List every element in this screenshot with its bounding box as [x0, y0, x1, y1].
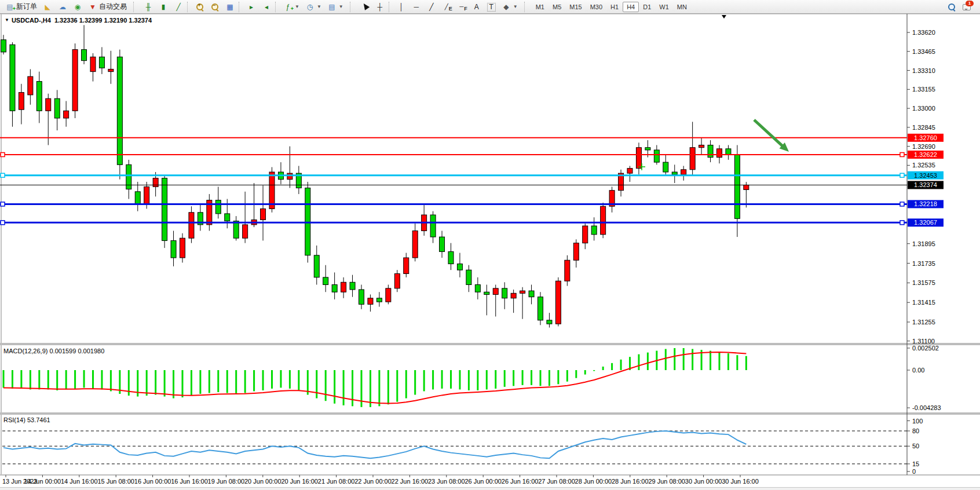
- chart-tools-group: ╫ ▮ ╱ + − ▦ ▸ ◂ ƒ+▼ ◷▼ ▤▼: [138, 0, 349, 13]
- indicators-icon: ƒ+: [283, 2, 292, 12]
- auto-trading-button[interactable]: ▼ 自动交易: [85, 1, 130, 13]
- chart-shift-icon: ◂: [262, 2, 271, 12]
- text-icon: A: [472, 2, 481, 12]
- timeframe-d1-button[interactable]: D1: [639, 2, 655, 12]
- macd-indicator-label: MACD(12,26,9) 0.001599 0.001980: [3, 348, 104, 354]
- rsi-indicator-label: RSI(14) 53.7461: [3, 416, 50, 423]
- horizontal-line-button[interactable]: ─: [409, 1, 424, 13]
- svg-text:22 Jun 16:00: 22 Jun 16:00: [392, 478, 429, 485]
- vertical-line-button[interactable]: │: [394, 1, 409, 13]
- notifications-button[interactable]: 1: [959, 1, 974, 13]
- svg-text:1.32535: 1.32535: [912, 162, 935, 169]
- svg-text:20 Jun 16:00: 20 Jun 16:00: [281, 478, 318, 485]
- chart-area[interactable]: 1.327601.326221.324531.322181.320671.323…: [0, 13, 980, 490]
- community-icon: ☁: [58, 2, 67, 12]
- toolbar-separator: [524, 2, 528, 12]
- order-group: ▤+ 新订单 ◣ ☁ ◉ ▼ 自动交易: [0, 0, 132, 13]
- toolbar-separator: [239, 2, 243, 12]
- chart-shift-button[interactable]: ◂: [259, 1, 274, 13]
- periods-icon: ◷: [305, 2, 315, 12]
- svg-text:1.31735: 1.31735: [912, 260, 935, 267]
- timeframe-m1-button[interactable]: M1: [532, 2, 548, 12]
- timeframe-m15-button[interactable]: M15: [565, 2, 586, 12]
- candle-chart-type-icon: ▮: [159, 2, 168, 12]
- megaphone-icon: ◣: [43, 2, 52, 12]
- candle-chart-type-button[interactable]: ▮: [156, 1, 171, 13]
- toolbar-separator: [389, 2, 393, 12]
- fibonacci-button[interactable]: ─F: [454, 1, 469, 13]
- timeframe-h4-button[interactable]: H4: [623, 2, 639, 12]
- text-label-button[interactable]: T: [484, 1, 499, 13]
- ohlc-values: 1.32336 1.32399 1.32190 1.32374: [54, 17, 152, 24]
- trendline-button[interactable]: ╱: [424, 1, 439, 13]
- toolbar-separator: [350, 2, 354, 12]
- svg-text:21 Jun 08:00: 21 Jun 08:00: [318, 478, 355, 485]
- timeframe-h1-button[interactable]: H1: [606, 2, 623, 12]
- cursor-button[interactable]: [357, 1, 372, 13]
- svg-text:14 Jun 16:00: 14 Jun 16:00: [61, 478, 98, 485]
- svg-text:1.33465: 1.33465: [912, 48, 935, 55]
- bar-chart-type-button[interactable]: ╫: [141, 1, 156, 13]
- line-chart-type-button[interactable]: ╱: [171, 1, 186, 13]
- crosshair-button[interactable]: ┼: [372, 1, 387, 13]
- svg-text:1.32453: 1.32453: [914, 172, 937, 179]
- svg-text:14 Jun 00:00: 14 Jun 00:00: [24, 478, 61, 485]
- text-button[interactable]: A: [469, 1, 484, 13]
- timeframe-m30-button[interactable]: M30: [586, 2, 606, 12]
- chevron-down-icon: ▼: [513, 4, 518, 9]
- timeframe-mn-button[interactable]: MN: [673, 2, 691, 12]
- channel-icon: ╱E: [442, 2, 451, 12]
- svg-text:19 Jun 08:00: 19 Jun 08:00: [208, 478, 245, 485]
- main-toolbar: ▤+ 新订单 ◣ ☁ ◉ ▼ 自动交易 ╫ ▮ ╱ + − ▦ ▸ ◂ ƒ+▼ …: [0, 0, 980, 14]
- chevron-down-icon: ▼: [317, 4, 321, 9]
- chart-canvas[interactable]: 1.327601.326221.324531.322181.320671.323…: [0, 13, 980, 490]
- templates-button[interactable]: ▤▼: [324, 1, 346, 13]
- zoom-in-button[interactable]: +: [192, 1, 207, 13]
- new-order-button[interactable]: ▤+ 新订单: [2, 1, 40, 13]
- svg-text:1.32690: 1.32690: [912, 143, 935, 150]
- tile-windows-button[interactable]: ▦: [222, 1, 237, 13]
- channel-button[interactable]: ╱E: [439, 1, 454, 13]
- chevron-down-icon: ▼: [295, 4, 299, 9]
- svg-text:80: 80: [912, 427, 919, 434]
- timeframe-group: M1M5M15M30H1H4D1W1MN: [529, 0, 693, 13]
- svg-text:16 Jun 16:00: 16 Jun 16:00: [171, 478, 208, 485]
- svg-text:1.32845: 1.32845: [912, 124, 935, 131]
- auto-scroll-button[interactable]: ▸: [244, 1, 259, 13]
- svg-text:30 Jun 16:00: 30 Jun 16:00: [722, 478, 759, 485]
- tile-windows-icon: ▦: [225, 2, 235, 12]
- horizontal-line-icon: ─: [412, 2, 421, 12]
- periods-button[interactable]: ◷▼: [302, 1, 324, 13]
- community-button[interactable]: ☁: [55, 1, 70, 13]
- timeframe-m5-button[interactable]: M5: [548, 2, 565, 12]
- svg-text:28 Jun 00:00: 28 Jun 00:00: [575, 478, 612, 485]
- signals-button[interactable]: ◉: [70, 1, 85, 13]
- shapes-icon: ◆: [502, 2, 511, 12]
- search-button[interactable]: [944, 1, 959, 13]
- svg-text:1.32218: 1.32218: [914, 200, 937, 207]
- svg-text:16 Jun 00:00: 16 Jun 00:00: [134, 478, 171, 485]
- svg-text:1.32374: 1.32374: [914, 181, 937, 188]
- toolbar-separator: [275, 2, 279, 12]
- auto-trading-label: 自动交易: [99, 2, 127, 12]
- crosshair-icon: ┼: [375, 2, 385, 12]
- shapes-button[interactable]: ◆▼: [499, 1, 521, 13]
- fibonacci-icon: ─F: [457, 2, 466, 12]
- svg-text:1.31895: 1.31895: [912, 240, 935, 247]
- svg-text:1.32622: 1.32622: [914, 151, 937, 158]
- svg-text:0: 0: [912, 468, 916, 475]
- timeframe-w1-button[interactable]: W1: [655, 2, 673, 12]
- svg-text:23 Jun 08:00: 23 Jun 08:00: [428, 478, 465, 485]
- symbol-period-label: USDCAD-,H4: [12, 17, 51, 24]
- svg-text:20 Jun 00:00: 20 Jun 00:00: [244, 478, 281, 485]
- zoom-out-button[interactable]: −: [207, 1, 222, 13]
- indicators-button[interactable]: ƒ+▼: [280, 1, 302, 13]
- svg-text:15: 15: [912, 460, 919, 467]
- megaphone-button[interactable]: ◣: [40, 1, 55, 13]
- svg-text:1.31415: 1.31415: [912, 299, 935, 306]
- toolbar-separator: [133, 2, 137, 12]
- svg-text:50: 50: [912, 443, 919, 449]
- svg-text:28 Jun 16:00: 28 Jun 16:00: [612, 478, 649, 485]
- svg-text:1.33155: 1.33155: [912, 86, 935, 93]
- notification-badge: 1: [966, 1, 974, 6]
